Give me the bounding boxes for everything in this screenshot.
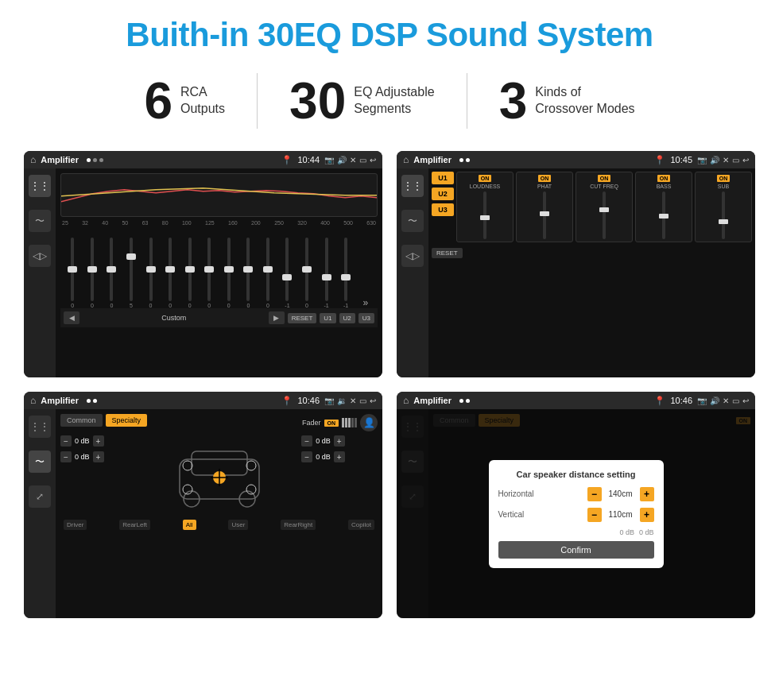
amp-camera-icon[interactable]: 📷 (697, 156, 707, 164)
horizontal-plus-btn[interactable]: + (640, 487, 654, 501)
label-user[interactable]: User (228, 520, 248, 530)
window-icon[interactable]: ▭ (359, 156, 366, 164)
eq-sliders: 0 0 0 5 0 0 0 0 0 0 0 -1 0 -1 -1 (60, 229, 378, 308)
amp-u1-btn[interactable]: U1 (432, 172, 454, 184)
label-rearleft[interactable]: RearLeft (119, 520, 150, 530)
stat-rca-line2: Outputs (180, 101, 225, 118)
speaker-db-row-3: − 0 dB + (301, 435, 378, 447)
cross-window-icon[interactable]: ▭ (359, 396, 366, 405)
sub-slider[interactable] (722, 191, 725, 239)
amp-close-icon[interactable]: ✕ (723, 156, 729, 164)
speaker3-plus-btn[interactable]: + (334, 435, 345, 447)
amp-volume-icon[interactable]: 🔊 (710, 156, 719, 164)
eq-slider-2: 0 (83, 238, 102, 308)
eq-prev-btn[interactable]: ◀ (64, 311, 79, 324)
eq-slider-5: 0 (141, 238, 160, 308)
cross-status-dots (87, 399, 97, 403)
speaker3-db-val: 0 dB (316, 437, 331, 445)
bass-slider[interactable] (662, 191, 665, 239)
label-driver[interactable]: Driver (64, 520, 87, 530)
cross-close-icon[interactable]: ✕ (350, 396, 356, 405)
label-copilot[interactable]: Copilot (348, 520, 374, 530)
amp-window-icon[interactable]: ▭ (732, 156, 739, 164)
cutfreq-slider[interactable] (603, 191, 606, 239)
dlg-volume-icon[interactable]: 🔊 (710, 396, 719, 405)
speaker1-minus-btn[interactable]: − (60, 435, 72, 447)
speaker1-plus-btn[interactable]: + (93, 435, 104, 447)
dot-2 (93, 158, 97, 162)
home-icon[interactable]: ⌂ (30, 154, 36, 165)
freq-200: 200 (251, 220, 261, 226)
car-diagram-svg (164, 435, 275, 515)
label-rearright[interactable]: RearRight (281, 520, 316, 530)
speaker4-plus-btn[interactable]: + (334, 451, 345, 462)
cutfreq-on-badge[interactable]: ON (598, 175, 611, 182)
stat-crossover-number: 3 (499, 75, 528, 126)
horizontal-minus-btn[interactable]: − (587, 487, 602, 501)
back-icon[interactable]: ↩ (370, 156, 376, 164)
loudness-slider[interactable] (483, 191, 486, 239)
svg-point-4 (183, 461, 192, 470)
eq-next-btn[interactable]: ▶ (269, 311, 285, 324)
label-all[interactable]: All (183, 520, 196, 530)
cross-camera-icon[interactable]: 📷 (324, 396, 334, 405)
amp-u3-btn[interactable]: U3 (432, 203, 454, 216)
bass-on-badge[interactable]: ON (657, 175, 671, 182)
eq-bottom-bar: ◀ Custom ▶ RESET U1 U2 U3 (60, 308, 378, 327)
phat-slider[interactable] (543, 191, 546, 239)
amp-back-icon[interactable]: ↩ (742, 156, 749, 164)
speaker3-minus-btn[interactable]: − (301, 435, 312, 447)
sidebar-wave-btn[interactable]: 〜 (29, 210, 51, 232)
speaker2-minus-btn[interactable]: − (60, 451, 72, 462)
speaker4-minus-btn[interactable]: − (301, 451, 312, 462)
dlg-camera-icon[interactable]: 📷 (697, 396, 707, 405)
sub-on-badge[interactable]: ON (717, 175, 731, 182)
cross-screen-content: ⋮⋮ 〜 ⤢ Common Specialty Fader ON (24, 409, 382, 618)
loudness-label: LOUDNESS (470, 184, 501, 189)
stat-rca-line1: RCA (180, 84, 225, 101)
loudness-on-badge[interactable]: ON (479, 175, 492, 182)
cross-sidebar-eq-btn[interactable]: ⋮⋮ (29, 416, 51, 438)
eq-u2-btn[interactable]: U2 (339, 313, 355, 323)
confirm-btn[interactable]: Confirm (498, 541, 654, 559)
status-icons: 📷 🔊 ✕ ▭ ↩ (324, 156, 376, 164)
amp-home-icon[interactable]: ⌂ (403, 154, 409, 165)
dlg-home-icon[interactable]: ⌂ (403, 395, 409, 406)
vertical-minus-btn[interactable]: − (587, 508, 602, 522)
amp-u2-btn[interactable]: U2 (432, 188, 454, 200)
sidebar-speaker-btn[interactable]: ◁▷ (29, 245, 51, 267)
cross-time: 10:46 (297, 396, 320, 405)
stat-rca: 6 RCA Outputs (112, 75, 257, 126)
cross-tab-common[interactable]: Common (60, 414, 103, 427)
amp-reset-btn[interactable]: RESET (432, 248, 463, 258)
eq-u3-btn[interactable]: U3 (358, 313, 374, 323)
amp-sidebar-eq-btn[interactable]: ⋮⋮ (401, 175, 424, 197)
cross-back-icon[interactable]: ↩ (370, 396, 376, 405)
eq-u1-btn[interactable]: U1 (320, 313, 335, 323)
cross-sidebar-wave-btn[interactable]: 〜 (29, 451, 51, 473)
speaker2-plus-btn[interactable]: + (93, 451, 104, 462)
close-icon[interactable]: ✕ (350, 156, 356, 164)
amp-sidebar-wave-btn[interactable]: 〜 (401, 210, 424, 232)
volume-icon[interactable]: 🔊 (337, 156, 347, 164)
amp-sidebar-speaker-btn[interactable]: ◁▷ (401, 245, 424, 267)
vertical-plus-btn[interactable]: + (640, 508, 654, 522)
eq-slider-6: 0 (161, 238, 180, 308)
dlg-back-icon[interactable]: ↩ (742, 396, 749, 405)
sidebar-eq-btn[interactable]: ⋮⋮ (29, 175, 51, 197)
dlg-close-icon[interactable]: ✕ (723, 396, 729, 405)
speaker-db-row-1: − 0 dB + (60, 435, 137, 447)
horizontal-label: Horizontal (498, 489, 534, 498)
phat-on-badge[interactable]: ON (538, 175, 552, 182)
cross-tab-specialty[interactable]: Specialty (106, 414, 148, 427)
dlg-window-icon[interactable]: ▭ (732, 396, 739, 405)
fader-on-badge[interactable]: ON (324, 420, 339, 427)
camera-icon[interactable]: 📷 (324, 156, 334, 164)
cross-home-icon[interactable]: ⌂ (30, 395, 36, 406)
cross-location-icon: 📍 (281, 396, 293, 406)
cross-sidebar-expand-btn[interactable]: ⤢ (29, 485, 51, 508)
eq-reset-btn[interactable]: RESET (288, 313, 317, 323)
speaker4-db-val: 0 dB (316, 453, 331, 461)
cross-volume-icon[interactable]: 🔉 (337, 396, 347, 405)
freq-320: 320 (297, 220, 307, 226)
